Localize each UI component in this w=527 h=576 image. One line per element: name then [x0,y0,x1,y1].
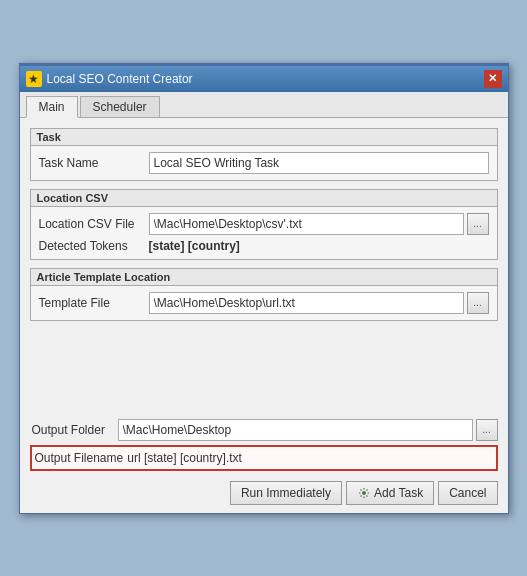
svg-point-0 [362,491,366,495]
run-immediately-button[interactable]: Run Immediately [230,481,342,505]
tab-scheduler[interactable]: Scheduler [80,96,160,117]
task-section-title: Task [31,129,497,146]
csv-file-label: Location CSV File [39,217,149,231]
template-file-input[interactable] [149,292,464,314]
location-csv-title: Location CSV [31,190,497,207]
template-file-input-wrap: ... [149,292,489,314]
add-task-label: Add Task [374,486,423,500]
output-folder-input[interactable] [118,419,473,441]
task-name-row: Task Name [39,152,489,174]
cancel-button[interactable]: Cancel [438,481,497,505]
add-task-icon [357,486,371,500]
output-folder-input-wrap: ... [118,419,498,441]
main-content: Task Task Name Location CSV Location CSV… [20,118,508,419]
action-bar: Run Immediately Add Task Cancel [20,477,508,513]
csv-file-input[interactable] [149,213,464,235]
template-file-row: Template File ... [39,292,489,314]
task-section: Task Task Name [30,128,498,181]
tabs-bar: Main Scheduler [20,92,508,118]
csv-file-row: Location CSV File ... [39,213,489,235]
template-browse-button[interactable]: ... [467,292,489,314]
tab-main[interactable]: Main [26,96,78,118]
dialog-title: Local SEO Content Creator [47,72,193,86]
close-button[interactable]: ✕ [484,70,502,88]
csv-browse-button[interactable]: ... [467,213,489,235]
article-template-body: Template File ... [31,286,497,320]
app-icon: ★ [26,71,42,87]
spacer [30,329,498,409]
output-filename-input-wrap [123,448,494,468]
location-csv-body: Location CSV File ... Detected Tokens [s… [31,207,497,259]
output-folder-label: Output Folder [30,423,118,437]
task-section-body: Task Name [31,146,497,180]
tokens-value: [state] [country] [149,239,240,253]
tokens-label: Detected Tokens [39,239,149,253]
article-template-section: Article Template Location Template File … [30,268,498,321]
tokens-row: Detected Tokens [state] [country] [39,239,489,253]
article-template-title: Article Template Location [31,269,497,286]
bottom-section: Output Folder ... Output Filename [20,419,508,477]
csv-file-input-wrap: ... [149,213,489,235]
output-filename-input[interactable] [123,448,494,468]
output-folder-row: Output Folder ... [30,419,498,441]
title-bar-left: ★ Local SEO Content Creator [26,71,193,87]
dialog: ★ Local SEO Content Creator ✕ Main Sched… [19,63,509,514]
output-filename-label: Output Filename [33,451,124,465]
add-task-button[interactable]: Add Task [346,481,434,505]
task-name-label: Task Name [39,156,149,170]
location-csv-section: Location CSV Location CSV File ... Detec… [30,189,498,260]
task-name-input-wrap [149,152,489,174]
task-name-input[interactable] [149,152,489,174]
title-bar: ★ Local SEO Content Creator ✕ [20,66,508,92]
template-file-label: Template File [39,296,149,310]
output-folder-browse-button[interactable]: ... [476,419,498,441]
output-filename-row: Output Filename [30,445,498,471]
